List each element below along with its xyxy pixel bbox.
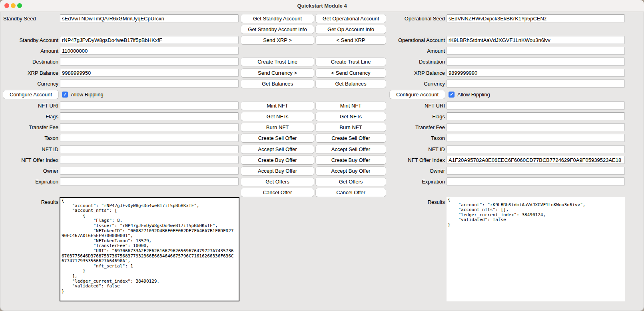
operational-results-content: { "account": "rK9LBRhStdmtAaVdJXGVF1LnKW…: [447, 197, 625, 228]
standby-results-text[interactable]: { "account": "rNP47gJFvDyW8gsDo4weB17if5…: [60, 197, 239, 301]
operational-nft-offer-index-input[interactable]: [447, 156, 625, 164]
standby-nft-id-input[interactable]: [60, 145, 239, 153]
operational-taxon-label: Taxon: [378, 134, 445, 142]
operational-get-nfts-button[interactable]: Get NFTs: [316, 112, 386, 121]
operational-flags-label: Flags: [378, 112, 445, 121]
get-op-account-info-button[interactable]: Get Op Account Info: [316, 25, 386, 34]
operational-cancel-offer-button[interactable]: Cancel Offer: [316, 188, 386, 197]
standby-create-trust-line-button[interactable]: Create Trust Line: [241, 58, 314, 66]
standby-nft-uri-input[interactable]: [60, 102, 239, 110]
standby-currency-input[interactable]: [60, 80, 239, 88]
standby-nft-offer-index-input[interactable]: [60, 156, 239, 164]
window-title: Quickstart Module 4: [0, 0, 644, 12]
operational-send-currency-button[interactable]: < Send Currency: [316, 69, 386, 77]
standby-results-label: Results: [0, 199, 58, 206]
operational-results-label: Results: [378, 199, 445, 206]
get-operational-account-button[interactable]: Get Operational Account: [316, 14, 386, 23]
standby-owner-input[interactable]: [60, 167, 239, 175]
operational-transfer-fee-input[interactable]: [447, 123, 625, 131]
operational-get-balances-button[interactable]: Get Balances: [316, 80, 386, 88]
standby-accept-buy-offer-button[interactable]: Accept Buy Offer: [241, 167, 314, 175]
operational-destination-input[interactable]: [447, 58, 625, 66]
operational-xrp-balance-input[interactable]: [447, 69, 625, 77]
operational-allow-rippling-label: Allow Rippling: [457, 90, 490, 99]
standby-mint-nft-button[interactable]: Mint NFT: [241, 102, 314, 110]
operational-flags-input[interactable]: [447, 112, 625, 120]
operational-currency-input[interactable]: [447, 80, 625, 88]
standby-get-nfts-button[interactable]: Get NFTs: [241, 112, 314, 121]
operational-expiration-label: Expiration: [378, 177, 445, 186]
operational-get-offers-button[interactable]: Get Offers: [316, 177, 386, 186]
standby-taxon-input[interactable]: [60, 134, 239, 142]
operational-seed-label: Operational Seed: [378, 14, 445, 23]
app-window: Quickstart Module 4 Standby Seed Standby…: [0, 0, 644, 311]
operational-account-label: Operational Account: [378, 36, 445, 44]
operational-create-buy-offer-button[interactable]: Create Buy Offer: [316, 156, 386, 164]
operational-allow-rippling-checkbox[interactable]: ✓: [449, 92, 455, 98]
standby-send-xrp-button[interactable]: Send XRP >: [241, 36, 314, 44]
standby-taxon-label: Taxon: [0, 134, 58, 142]
standby-seed-label: Standby Seed: [0, 14, 62, 23]
standby-get-balances-button[interactable]: Get Balances: [241, 80, 314, 88]
standby-destination-input[interactable]: [60, 58, 239, 66]
standby-seed-input[interactable]: [60, 14, 239, 22]
check-icon: ✓: [450, 92, 453, 97]
standby-currency-label: Currency: [0, 80, 58, 88]
minimize-button[interactable]: [11, 3, 16, 8]
standby-transfer-fee-input[interactable]: [60, 123, 239, 131]
operational-accept-buy-offer-button[interactable]: Accept Buy Offer: [316, 167, 386, 175]
standby-accept-sell-offer-button[interactable]: Accept Sell Offer: [241, 145, 314, 154]
get-standby-account-button[interactable]: Get Standby Account: [241, 14, 314, 23]
standby-burn-nft-button[interactable]: Burn NFT: [241, 123, 314, 132]
operational-burn-nft-button[interactable]: Burn NFT: [316, 123, 386, 132]
standby-allow-rippling-label: Allow Rippling: [71, 90, 104, 99]
operational-account-input[interactable]: [447, 36, 625, 44]
standby-amount-input[interactable]: [60, 47, 239, 55]
operational-taxon-input[interactable]: [447, 134, 625, 142]
operational-nft-id-input[interactable]: [447, 145, 625, 153]
operational-transfer-fee-label: Transfer Fee: [378, 123, 445, 132]
standby-flags-input[interactable]: [60, 112, 239, 120]
standby-cancel-offer-button[interactable]: Cancel Offer: [241, 188, 314, 197]
operational-expiration-input[interactable]: [447, 177, 625, 185]
standby-create-buy-offer-button[interactable]: Create Buy Offer: [241, 156, 314, 164]
operational-mint-nft-button[interactable]: Mint NFT: [316, 102, 386, 110]
close-button[interactable]: [4, 3, 9, 8]
standby-transfer-fee-label: Transfer Fee: [0, 123, 58, 132]
title-bar: Quickstart Module 4: [0, 0, 644, 12]
operational-destination-label: Destination: [378, 58, 445, 66]
standby-nft-offer-index-label: NFT Offer Index: [0, 156, 58, 164]
operational-nft-offer-index-label: NFT Offer Index: [378, 156, 445, 164]
check-icon: ✓: [63, 92, 67, 97]
standby-expiration-input[interactable]: [60, 177, 239, 185]
standby-results-content: { "account": "rNP47gJFvDyW8gsDo4weB17if5…: [60, 198, 239, 294]
standby-owner-label: Owner: [0, 167, 58, 175]
standby-send-currency-button[interactable]: Send Currency >: [241, 69, 314, 77]
standby-destination-label: Destination: [0, 58, 58, 66]
standby-xrp-balance-label: XRP Balance: [0, 69, 58, 77]
operational-send-xrp-button[interactable]: < Send XRP: [316, 36, 386, 44]
operational-seed-input[interactable]: [447, 14, 625, 22]
operational-owner-input[interactable]: [447, 167, 625, 175]
operational-nft-uri-input[interactable]: [447, 102, 625, 110]
operational-currency-label: Currency: [378, 80, 445, 88]
get-standby-account-info-button[interactable]: Get Standby Account Info: [241, 25, 314, 34]
zoom-button[interactable]: [17, 3, 22, 8]
standby-account-input[interactable]: [60, 36, 239, 44]
standby-xrp-balance-input[interactable]: [60, 69, 239, 77]
standby-nft-id-label: NFT ID: [0, 145, 58, 154]
standby-allow-rippling-checkbox[interactable]: ✓: [62, 92, 68, 98]
operational-amount-input[interactable]: [447, 47, 625, 55]
standby-account-label: Standby Account: [0, 36, 58, 44]
standby-get-offers-button[interactable]: Get Offers: [241, 177, 314, 186]
operational-create-sell-offer-button[interactable]: Create Sell Offer: [316, 134, 386, 142]
operational-results-text[interactable]: { "account": "rK9LBRhStdmtAaVdJXGVF1LnKW…: [447, 197, 625, 301]
operational-nft-id-label: NFT ID: [378, 145, 445, 154]
standby-create-sell-offer-button[interactable]: Create Sell Offer: [241, 134, 314, 142]
operational-accept-sell-offer-button[interactable]: Accept Sell Offer: [316, 145, 386, 154]
operational-nft-uri-label: NFT URI: [378, 102, 445, 110]
operational-create-trust-line-button[interactable]: Create Trust Line: [316, 58, 386, 66]
standby-configure-account-button[interactable]: Configure Account: [3, 90, 58, 99]
standby-amount-label: Amount: [0, 47, 58, 55]
operational-configure-account-button[interactable]: Configure Account: [390, 90, 445, 99]
